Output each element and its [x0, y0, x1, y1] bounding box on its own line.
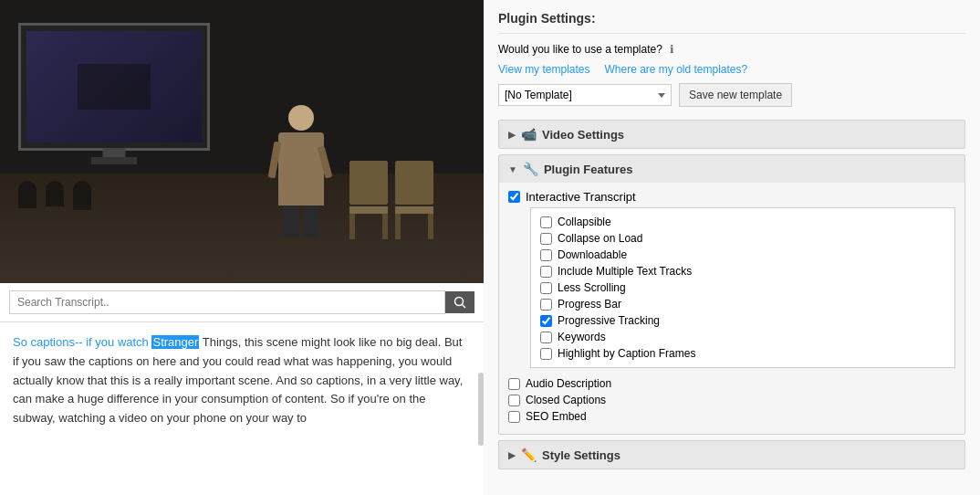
less-scrolling-label: Less Scrolling	[558, 281, 626, 294]
video-settings-icon: 📹	[521, 127, 537, 142]
feature-sub-row-progress-bar: Progress Bar	[540, 296, 945, 312]
svg-point-0	[455, 298, 464, 306]
where-are-old-templates-link[interactable]: Where are my old templates?	[604, 63, 747, 76]
info-icon: ℹ	[670, 43, 674, 56]
search-button[interactable]	[445, 291, 474, 313]
style-settings-header[interactable]: ▶ ✏️ Style Settings	[499, 441, 964, 469]
style-settings-icon: ✏️	[521, 448, 537, 462]
progress-bar-checkbox[interactable]	[540, 299, 552, 311]
search-bar	[0, 283, 484, 322]
progress-bar-label: Progress Bar	[558, 298, 621, 311]
video-settings-header[interactable]: ▶ 📹 Video Settings	[499, 121, 964, 148]
downloadable-checkbox[interactable]	[540, 249, 552, 261]
closed-captions-checkbox[interactable]	[508, 395, 520, 406]
highlight-by-caption-label: Highlight by Caption Frames	[558, 347, 695, 360]
plugin-features-section: ▼ 🔧 Plugin Features Interactive Transcri…	[498, 154, 965, 435]
video-container	[0, 0, 484, 283]
view-my-templates-link[interactable]: View my templates	[498, 63, 589, 76]
transcript-anchor[interactable]: Stranger	[151, 335, 199, 349]
collapse-on-load-checkbox[interactable]	[540, 233, 552, 245]
plugin-features-label: Plugin Features	[544, 163, 633, 176]
plugin-settings-title: Plugin Settings:	[498, 0, 965, 34]
svg-line-1	[463, 305, 466, 309]
interactive-transcript-row: Interactive Transcript	[508, 190, 955, 204]
video-settings-arrow: ▶	[508, 130, 516, 140]
feature-sub-row-downloadable: Downloadable	[540, 247, 945, 263]
template-question-row: Would you like to use a template? ℹ	[498, 43, 965, 56]
save-new-template-button[interactable]: Save new template	[679, 83, 792, 107]
template-select-row: [No Template] Save new template	[498, 83, 965, 107]
highlight-by-caption-checkbox[interactable]	[540, 348, 552, 360]
template-question-text: Would you like to use a template?	[498, 43, 662, 56]
feature-row-seo-embed: SEO Embed	[508, 408, 955, 425]
multiple-text-tracks-label: Include Multiple Text Tracks	[558, 265, 692, 278]
right-panel: Plugin Settings: Would you like to use a…	[484, 0, 980, 495]
seo-embed-label: SEO Embed	[526, 410, 587, 423]
audio-description-checkbox[interactable]	[508, 378, 520, 390]
feature-sub-row-keywords: Keywords	[540, 329, 945, 345]
transcript-link[interactable]: So captions-- if you watch	[13, 335, 151, 349]
plugin-features-arrow: ▼	[508, 164, 517, 174]
feature-sub-row-multiple-text-tracks: Include Multiple Text Tracks	[540, 263, 945, 279]
multiple-text-tracks-checkbox[interactable]	[540, 266, 552, 278]
keywords-label: Keywords	[558, 331, 606, 343]
sub-features-group: Collapsible Collapse on Load Downloadabl…	[530, 207, 955, 368]
transcript-highlight: Stranger	[151, 335, 199, 349]
feature-sub-row-collapse-on-load: Collapse on Load	[540, 230, 945, 247]
video-settings-label: Video Settings	[542, 128, 624, 142]
collapsible-checkbox[interactable]	[540, 216, 552, 228]
feature-row-audio-description: Audio Description	[508, 375, 955, 392]
collapsible-label: Collapsible	[558, 216, 611, 228]
keywords-checkbox[interactable]	[540, 332, 552, 343]
closed-captions-label: Closed Captions	[526, 394, 606, 406]
downloadable-label: Downloadable	[558, 248, 627, 261]
progressive-tracking-checkbox[interactable]	[540, 315, 552, 327]
search-icon	[454, 296, 466, 309]
template-select[interactable]: [No Template]	[498, 84, 672, 106]
progressive-tracking-label: Progressive Tracking	[558, 314, 660, 327]
person-figure	[274, 105, 328, 233]
interactive-transcript-checkbox[interactable]	[508, 191, 520, 203]
feature-sub-row-less-scrolling: Less Scrolling	[540, 279, 945, 296]
feature-sub-row-highlight-by-caption: Highlight by Caption Frames	[540, 345, 945, 362]
search-input[interactable]	[9, 290, 445, 314]
style-settings-section: ▶ ✏️ Style Settings	[498, 440, 965, 469]
collapse-on-load-label: Collapse on Load	[558, 232, 642, 245]
feature-sub-row-progressive-tracking: Progressive Tracking	[540, 312, 945, 329]
style-settings-arrow: ▶	[508, 450, 516, 460]
feature-row-closed-captions: Closed Captions	[508, 392, 955, 408]
style-settings-label: Style Settings	[542, 448, 620, 462]
transcript-area: So captions-- if you watch Stranger Thin…	[0, 322, 484, 495]
plugin-features-header[interactable]: ▼ 🔧 Plugin Features	[499, 155, 964, 183]
seo-embed-checkbox[interactable]	[508, 411, 520, 423]
template-links: View my templates Where are my old templ…	[498, 63, 965, 76]
audio-description-label: Audio Description	[526, 377, 611, 390]
left-panel: So captions-- if you watch Stranger Thin…	[0, 0, 484, 495]
video-settings-section: ▶ 📹 Video Settings	[498, 120, 965, 149]
feature-sub-row-collapsible: Collapsible	[540, 214, 945, 230]
less-scrolling-checkbox[interactable]	[540, 282, 552, 294]
interactive-transcript-label: Interactive Transcript	[526, 190, 636, 204]
scroll-indicator	[478, 373, 484, 446]
plugin-features-icon: 🔧	[523, 162, 538, 176]
features-body: Interactive Transcript Collapsible Colla…	[499, 183, 964, 434]
transcript-text: So captions-- if you watch Stranger Thin…	[13, 333, 471, 428]
